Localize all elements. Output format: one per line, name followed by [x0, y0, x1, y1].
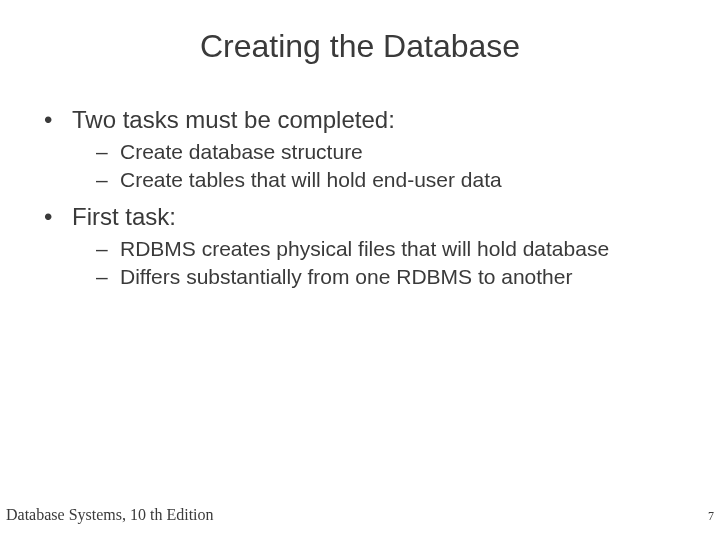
list-item: Create tables that will hold end-user da…: [72, 167, 690, 193]
list-item: Create database structure: [72, 139, 690, 165]
list-item: First task: RDBMS creates physical files…: [30, 202, 690, 291]
list-item: Two tasks must be completed: Create data…: [30, 105, 690, 194]
list-item-text: Create tables that will hold end-user da…: [120, 168, 502, 191]
list-item-text: Create database structure: [120, 140, 363, 163]
list-item-text: RDBMS creates physical files that will h…: [120, 237, 609, 260]
sub-list: Create database structure Create tables …: [72, 139, 690, 194]
sub-list: RDBMS creates physical files that will h…: [72, 236, 690, 291]
list-item-text: Two tasks must be completed:: [72, 106, 395, 133]
slide-title: Creating the Database: [0, 0, 720, 65]
slide-body: Two tasks must be completed: Create data…: [0, 65, 720, 290]
slide: Creating the Database Two tasks must be …: [0, 0, 720, 540]
list-item-text: First task:: [72, 203, 176, 230]
bullet-list: Two tasks must be completed: Create data…: [30, 105, 690, 290]
list-item-text: Differs substantially from one RDBMS to …: [120, 265, 572, 288]
list-item: Differs substantially from one RDBMS to …: [72, 264, 690, 290]
list-item: RDBMS creates physical files that will h…: [72, 236, 690, 262]
footer-text: Database Systems, 10 th Edition: [6, 506, 214, 524]
page-number: 7: [708, 509, 714, 524]
